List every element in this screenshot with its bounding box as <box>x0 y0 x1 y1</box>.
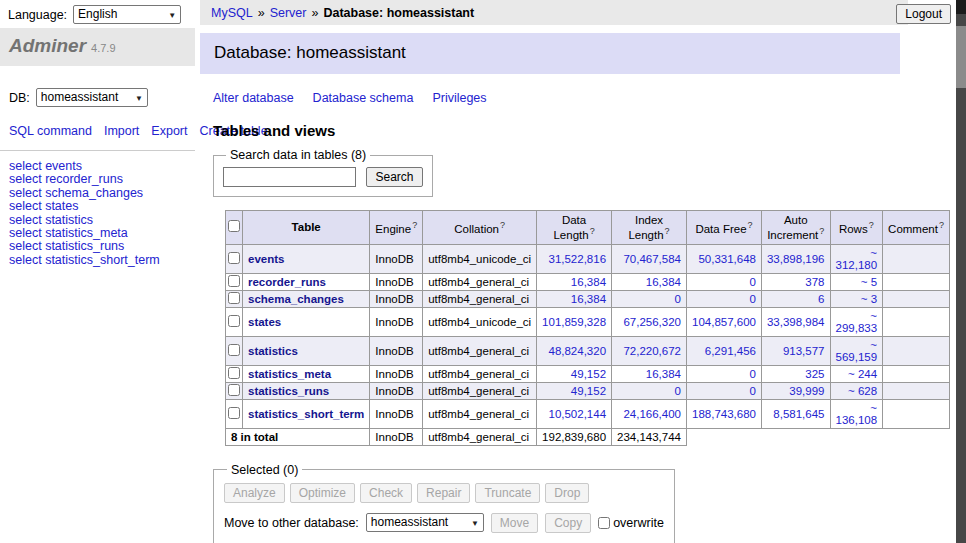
drop-button[interactable]: Drop <box>545 483 589 503</box>
table-name-link[interactable]: statistics_meta <box>248 368 331 380</box>
sidebar-table-link-select-recorder-runs[interactable]: select recorder_runs <box>9 173 186 186</box>
auto-increment-link[interactable]: 8,581,645 <box>773 408 824 420</box>
help-link[interactable]: ? <box>665 226 670 236</box>
scrollbar-thumb[interactable] <box>956 26 966 88</box>
rows-count-link[interactable]: ~ 628 <box>848 385 877 397</box>
auto-increment-link[interactable]: 33,898,196 <box>767 253 825 265</box>
index-length-link[interactable]: 0 <box>675 293 681 305</box>
data-free-link[interactable]: 0 <box>750 276 756 288</box>
sidebar-action-sql-command[interactable]: SQL command <box>9 124 92 138</box>
breadcrumb-current: Database: homeassistant <box>323 6 474 20</box>
table-name-link[interactable]: statistics_runs <box>248 385 329 397</box>
auto-increment-link[interactable]: 33,398,984 <box>767 316 825 328</box>
sidebar-table-link-select-events[interactable]: select events <box>9 160 186 173</box>
help-link[interactable]: ? <box>412 220 417 230</box>
db-action-database-schema[interactable]: Database schema <box>313 91 414 105</box>
data-free-link[interactable]: 0 <box>750 293 756 305</box>
row-checkbox[interactable] <box>228 315 240 327</box>
help-link[interactable]: ? <box>590 226 595 236</box>
help-link[interactable]: ? <box>500 220 505 230</box>
auto-increment-link[interactable]: 378 <box>805 276 824 288</box>
check-button[interactable]: Check <box>360 483 412 503</box>
rows-count-link[interactable]: ~ 5 <box>861 276 877 288</box>
data-length-link[interactable]: 48,824,320 <box>548 345 606 357</box>
table-name-link[interactable]: states <box>248 316 281 328</box>
db-action-alter-database[interactable]: Alter database <box>213 91 294 105</box>
truncate-button[interactable]: Truncate <box>475 483 540 503</box>
data-length-link[interactable]: 49,152 <box>571 368 606 380</box>
table-name-link[interactable]: schema_changes <box>248 293 344 305</box>
sidebar-table-link-select-statistics[interactable]: select statistics <box>9 214 186 227</box>
sidebar-table-link-select-statistics-short-term[interactable]: select statistics_short_term <box>9 254 186 267</box>
table-name-link[interactable]: events <box>248 253 284 265</box>
select-all-checkbox[interactable] <box>228 220 240 232</box>
row-checkbox[interactable] <box>228 252 240 264</box>
rows-count-link[interactable]: ~ 244 <box>848 368 877 380</box>
move-button[interactable]: Move <box>491 513 538 533</box>
search-button[interactable]: Search <box>366 167 422 187</box>
move-db-select[interactable]: homeassistant <box>366 513 484 532</box>
index-length-link[interactable]: 0 <box>675 385 681 397</box>
auto-increment-link[interactable]: 913,577 <box>783 345 825 357</box>
sidebar-table-link-select-statistics-meta[interactable]: select statistics_meta <box>9 227 186 240</box>
scrollbar-up-button[interactable] <box>956 0 966 14</box>
rows-count-link[interactable]: ~ 136,108 <box>836 402 878 426</box>
table-name-link[interactable]: statistics <box>248 345 298 357</box>
data-free-link[interactable]: 0 <box>750 385 756 397</box>
db-select[interactable]: homeassistant <box>36 88 148 107</box>
rows-count-link[interactable]: ~ 299,833 <box>836 310 878 334</box>
data-length-link[interactable]: 16,384 <box>571 293 606 305</box>
data-free-link[interactable]: 104,857,600 <box>692 316 756 328</box>
auto-increment-link[interactable]: 325 <box>805 368 824 380</box>
breadcrumb-link-mysql[interactable]: MySQL <box>211 6 253 20</box>
optimize-button[interactable]: Optimize <box>290 483 355 503</box>
data-length-link[interactable]: 16,384 <box>571 276 606 288</box>
row-checkbox[interactable] <box>228 275 240 287</box>
analyze-button[interactable]: Analyze <box>224 483 285 503</box>
table-name-link[interactable]: statistics_short_term <box>248 408 364 420</box>
auto-increment-link[interactable]: 39,999 <box>789 385 824 397</box>
index-length-link[interactable]: 70,467,584 <box>623 253 681 265</box>
rows-count-link[interactable]: ~ 312,180 <box>836 247 878 271</box>
data-length-link[interactable]: 49,152 <box>571 385 606 397</box>
rows-count-link[interactable]: ~ 3 <box>861 293 877 305</box>
data-free-link[interactable]: 0 <box>750 368 756 380</box>
row-checkbox[interactable] <box>228 367 240 379</box>
index-length-link[interactable]: 24,166,400 <box>623 408 681 420</box>
data-length-link[interactable]: 10,502,144 <box>548 408 606 420</box>
breadcrumb-link-server[interactable]: Server <box>270 6 307 20</box>
data-length-link[interactable]: 101,859,328 <box>542 316 606 328</box>
data-free-link[interactable]: 6,291,456 <box>705 345 756 357</box>
index-length-link[interactable]: 67,256,320 <box>623 316 681 328</box>
row-checkbox[interactable] <box>228 384 240 396</box>
help-link[interactable]: ? <box>819 226 824 236</box>
rows-count-link[interactable]: ~ 569,159 <box>836 339 878 363</box>
row-checkbox[interactable] <box>228 292 240 304</box>
sidebar-table-link-select-statistics-runs[interactable]: select statistics_runs <box>9 240 186 253</box>
data-free-link[interactable]: 188,743,680 <box>692 408 756 420</box>
copy-button[interactable]: Copy <box>545 513 591 533</box>
sidebar-table-link-select-states[interactable]: select states <box>9 200 186 213</box>
logout-button[interactable]: Logout <box>896 4 951 24</box>
index-length-link[interactable]: 16,384 <box>646 368 681 380</box>
index-length-link[interactable]: 16,384 <box>646 276 681 288</box>
table-name-link[interactable]: recorder_runs <box>248 276 326 288</box>
language-select[interactable]: English <box>73 5 181 24</box>
sidebar-action-export[interactable]: Export <box>151 124 187 138</box>
search-input[interactable] <box>223 167 356 187</box>
auto-increment-link[interactable]: 6 <box>818 293 824 305</box>
db-action-privileges[interactable]: Privileges <box>432 91 486 105</box>
sidebar-action-import[interactable]: Import <box>104 124 139 138</box>
index-length-link[interactable]: 72,220,672 <box>623 345 681 357</box>
data-length-link[interactable]: 31,522,816 <box>548 253 606 265</box>
repair-button[interactable]: Repair <box>417 483 470 503</box>
scrollbar[interactable] <box>956 0 966 543</box>
sidebar-table-link-select-schema-changes[interactable]: select schema_changes <box>9 187 186 200</box>
data-free-link[interactable]: 50,331,648 <box>698 253 756 265</box>
overwrite-checkbox[interactable] <box>598 517 610 529</box>
row-checkbox[interactable] <box>228 407 240 419</box>
help-link[interactable]: ? <box>939 220 944 230</box>
row-checkbox[interactable] <box>228 344 240 356</box>
help-link[interactable]: ? <box>748 220 753 230</box>
help-link[interactable]: ? <box>869 220 874 230</box>
